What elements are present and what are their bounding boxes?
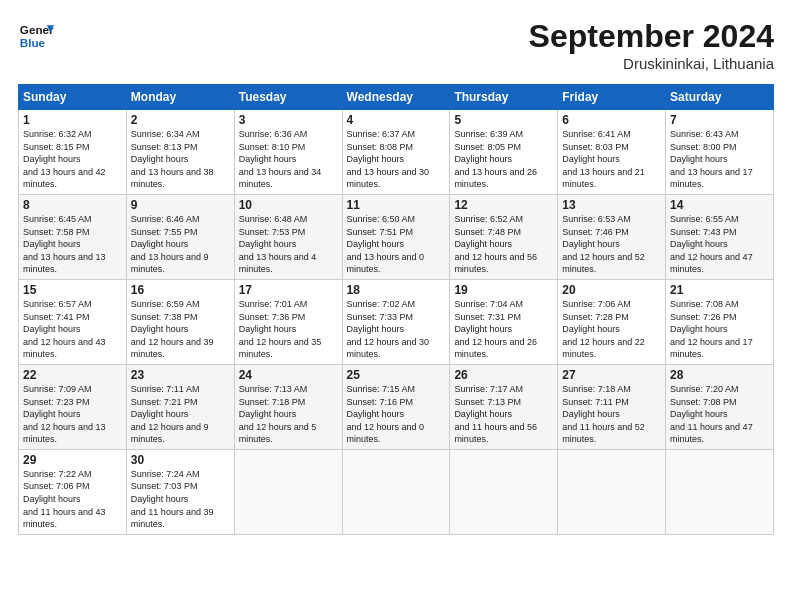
svg-text:Blue: Blue	[20, 36, 46, 49]
table-row: 6 Sunrise: 6:41 AMSunset: 8:03 PMDayligh…	[558, 110, 666, 195]
day-number: 2	[131, 113, 230, 127]
calendar-week-row: 22 Sunrise: 7:09 AMSunset: 7:23 PMDaylig…	[19, 364, 774, 449]
day-number: 27	[562, 368, 661, 382]
day-number: 14	[670, 198, 769, 212]
day-number: 10	[239, 198, 338, 212]
cell-info: Sunrise: 6:57 AMSunset: 7:41 PMDaylight …	[23, 299, 106, 359]
cell-info: Sunrise: 6:46 AMSunset: 7:55 PMDaylight …	[131, 214, 209, 274]
day-number: 4	[347, 113, 446, 127]
cell-info: Sunrise: 7:02 AMSunset: 7:33 PMDaylight …	[347, 299, 430, 359]
cell-info: Sunrise: 7:09 AMSunset: 7:23 PMDaylight …	[23, 384, 106, 444]
header-row: Sunday Monday Tuesday Wednesday Thursday…	[19, 85, 774, 110]
page: General Blue September 2024 Druskininkai…	[0, 0, 792, 545]
col-thursday: Thursday	[450, 85, 558, 110]
day-number: 18	[347, 283, 446, 297]
svg-text:General: General	[20, 23, 54, 36]
day-number: 8	[23, 198, 122, 212]
table-row: 2 Sunrise: 6:34 AMSunset: 8:13 PMDayligh…	[126, 110, 234, 195]
table-row: 25 Sunrise: 7:15 AMSunset: 7:16 PMDaylig…	[342, 364, 450, 449]
day-number: 12	[454, 198, 553, 212]
logo-icon: General Blue	[18, 18, 54, 54]
col-friday: Friday	[558, 85, 666, 110]
day-number: 30	[131, 453, 230, 467]
day-number: 11	[347, 198, 446, 212]
cell-info: Sunrise: 7:15 AMSunset: 7:16 PMDaylight …	[347, 384, 425, 444]
day-number: 6	[562, 113, 661, 127]
col-monday: Monday	[126, 85, 234, 110]
table-row: 5 Sunrise: 6:39 AMSunset: 8:05 PMDayligh…	[450, 110, 558, 195]
table-row: 28 Sunrise: 7:20 AMSunset: 7:08 PMDaylig…	[666, 364, 774, 449]
table-row: 22 Sunrise: 7:09 AMSunset: 7:23 PMDaylig…	[19, 364, 127, 449]
table-row: 24 Sunrise: 7:13 AMSunset: 7:18 PMDaylig…	[234, 364, 342, 449]
table-row	[558, 449, 666, 534]
day-number: 19	[454, 283, 553, 297]
table-row: 16 Sunrise: 6:59 AMSunset: 7:38 PMDaylig…	[126, 279, 234, 364]
cell-info: Sunrise: 7:20 AMSunset: 7:08 PMDaylight …	[670, 384, 753, 444]
calendar-week-row: 8 Sunrise: 6:45 AMSunset: 7:58 PMDayligh…	[19, 194, 774, 279]
day-number: 5	[454, 113, 553, 127]
day-number: 23	[131, 368, 230, 382]
cell-info: Sunrise: 6:45 AMSunset: 7:58 PMDaylight …	[23, 214, 106, 274]
table-row: 7 Sunrise: 6:43 AMSunset: 8:00 PMDayligh…	[666, 110, 774, 195]
table-row: 1 Sunrise: 6:32 AMSunset: 8:15 PMDayligh…	[19, 110, 127, 195]
day-number: 1	[23, 113, 122, 127]
table-row: 8 Sunrise: 6:45 AMSunset: 7:58 PMDayligh…	[19, 194, 127, 279]
cell-info: Sunrise: 6:50 AMSunset: 7:51 PMDaylight …	[347, 214, 425, 274]
cell-info: Sunrise: 7:04 AMSunset: 7:31 PMDaylight …	[454, 299, 537, 359]
cell-info: Sunrise: 7:01 AMSunset: 7:36 PMDaylight …	[239, 299, 322, 359]
cell-info: Sunrise: 7:08 AMSunset: 7:26 PMDaylight …	[670, 299, 753, 359]
table-row: 20 Sunrise: 7:06 AMSunset: 7:28 PMDaylig…	[558, 279, 666, 364]
table-row: 14 Sunrise: 6:55 AMSunset: 7:43 PMDaylig…	[666, 194, 774, 279]
day-number: 29	[23, 453, 122, 467]
day-number: 9	[131, 198, 230, 212]
location: Druskininkai, Lithuania	[529, 55, 774, 72]
table-row	[342, 449, 450, 534]
table-row	[666, 449, 774, 534]
title-block: September 2024 Druskininkai, Lithuania	[529, 18, 774, 72]
table-row: 12 Sunrise: 6:52 AMSunset: 7:48 PMDaylig…	[450, 194, 558, 279]
day-number: 17	[239, 283, 338, 297]
cell-info: Sunrise: 6:55 AMSunset: 7:43 PMDaylight …	[670, 214, 753, 274]
cell-info: Sunrise: 7:06 AMSunset: 7:28 PMDaylight …	[562, 299, 645, 359]
day-number: 25	[347, 368, 446, 382]
col-wednesday: Wednesday	[342, 85, 450, 110]
cell-info: Sunrise: 6:52 AMSunset: 7:48 PMDaylight …	[454, 214, 537, 274]
table-row: 18 Sunrise: 7:02 AMSunset: 7:33 PMDaylig…	[342, 279, 450, 364]
day-number: 26	[454, 368, 553, 382]
cell-info: Sunrise: 6:36 AMSunset: 8:10 PMDaylight …	[239, 129, 322, 189]
table-row: 26 Sunrise: 7:17 AMSunset: 7:13 PMDaylig…	[450, 364, 558, 449]
table-row: 3 Sunrise: 6:36 AMSunset: 8:10 PMDayligh…	[234, 110, 342, 195]
cell-info: Sunrise: 6:34 AMSunset: 8:13 PMDaylight …	[131, 129, 214, 189]
header: General Blue September 2024 Druskininkai…	[18, 18, 774, 72]
month-title: September 2024	[529, 18, 774, 55]
calendar-week-row: 29 Sunrise: 7:22 AMSunset: 7:06 PMDaylig…	[19, 449, 774, 534]
cell-info: Sunrise: 7:18 AMSunset: 7:11 PMDaylight …	[562, 384, 645, 444]
table-row: 15 Sunrise: 6:57 AMSunset: 7:41 PMDaylig…	[19, 279, 127, 364]
day-number: 16	[131, 283, 230, 297]
col-sunday: Sunday	[19, 85, 127, 110]
table-row: 23 Sunrise: 7:11 AMSunset: 7:21 PMDaylig…	[126, 364, 234, 449]
cell-info: Sunrise: 6:41 AMSunset: 8:03 PMDaylight …	[562, 129, 645, 189]
cell-info: Sunrise: 6:48 AMSunset: 7:53 PMDaylight …	[239, 214, 317, 274]
cell-info: Sunrise: 7:22 AMSunset: 7:06 PMDaylight …	[23, 469, 106, 529]
cell-info: Sunrise: 7:17 AMSunset: 7:13 PMDaylight …	[454, 384, 537, 444]
day-number: 21	[670, 283, 769, 297]
calendar-week-row: 15 Sunrise: 6:57 AMSunset: 7:41 PMDaylig…	[19, 279, 774, 364]
table-row: 4 Sunrise: 6:37 AMSunset: 8:08 PMDayligh…	[342, 110, 450, 195]
day-number: 7	[670, 113, 769, 127]
table-row: 17 Sunrise: 7:01 AMSunset: 7:36 PMDaylig…	[234, 279, 342, 364]
cell-info: Sunrise: 7:24 AMSunset: 7:03 PMDaylight …	[131, 469, 214, 529]
cell-info: Sunrise: 6:53 AMSunset: 7:46 PMDaylight …	[562, 214, 645, 274]
day-number: 28	[670, 368, 769, 382]
table-row: 9 Sunrise: 6:46 AMSunset: 7:55 PMDayligh…	[126, 194, 234, 279]
table-row: 10 Sunrise: 6:48 AMSunset: 7:53 PMDaylig…	[234, 194, 342, 279]
cell-info: Sunrise: 6:37 AMSunset: 8:08 PMDaylight …	[347, 129, 430, 189]
table-row: 30 Sunrise: 7:24 AMSunset: 7:03 PMDaylig…	[126, 449, 234, 534]
col-saturday: Saturday	[666, 85, 774, 110]
day-number: 24	[239, 368, 338, 382]
table-row: 11 Sunrise: 6:50 AMSunset: 7:51 PMDaylig…	[342, 194, 450, 279]
day-number: 20	[562, 283, 661, 297]
table-row: 21 Sunrise: 7:08 AMSunset: 7:26 PMDaylig…	[666, 279, 774, 364]
table-row: 13 Sunrise: 6:53 AMSunset: 7:46 PMDaylig…	[558, 194, 666, 279]
day-number: 13	[562, 198, 661, 212]
